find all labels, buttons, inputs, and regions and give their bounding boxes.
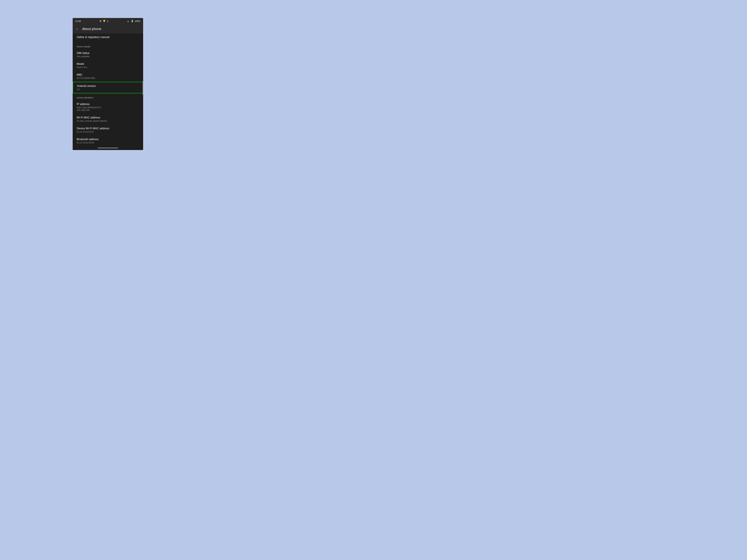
bulb-icon: 💡 <box>103 20 106 22</box>
android-version-title: Android version <box>77 84 139 87</box>
bluetooth-address-title: Bluetooth address <box>77 138 139 141</box>
model-subtitle: Pixel 6 Pro <box>77 66 139 69</box>
device-wifi-mac-item[interactable]: Device Wi-Fi MAC address 0c:c4:13:2e:0e:… <box>73 125 143 135</box>
page-title: About phone <box>82 27 101 31</box>
safety-manual-item[interactable]: Safety & regulatory manual <box>73 34 143 42</box>
bluetooth-address-item[interactable]: Bluetooth address 0c:c4:13:2e:0e:0e <box>73 135 143 146</box>
back-button[interactable]: ← <box>75 27 79 31</box>
device-wifi-mac-subtitle: 0c:c4:13:2e:0e:0f <box>77 131 139 133</box>
imei-subtitle: 357721782947683 <box>77 77 139 79</box>
safety-manual-title: Safety & regulatory manual <box>77 36 139 39</box>
ip-address-title: IP address <box>77 103 139 106</box>
model-item[interactable]: Model Pixel 6 Pro <box>73 60 143 71</box>
scroll-indicator <box>143 81 143 95</box>
home-indicator <box>73 146 143 150</box>
sim-status-subtitle: Not available <box>77 55 139 58</box>
alert-icon: ⚠ <box>107 20 109 22</box>
bluetooth-address-subtitle: 0c:c4:13:2e:0e:0e <box>77 141 139 144</box>
wifi-icon: ▾ <box>128 20 130 22</box>
battery-percent: 100% <box>135 20 140 22</box>
device-identifiers-header: Device identifiers <box>73 93 143 100</box>
wifi-mac-title: Wi-Fi MAC address <box>77 116 139 119</box>
wifi-mac-subtitle: To view, choose saved network <box>77 119 139 122</box>
status-bar: 12:48 ⚙ 💡 ⚠ ▾ 🔋 100% <box>73 18 143 24</box>
battery-icon: 🔋 <box>131 20 134 22</box>
ip-address-item[interactable]: IP address fe80::304c:93ff:fe53:f572192.… <box>73 100 143 114</box>
app-header: ← About phone <box>73 24 143 34</box>
device-wifi-mac-title: Device Wi-Fi MAC address <box>77 127 139 130</box>
imei-title: IMEI <box>77 73 139 76</box>
wifi-mac-item[interactable]: Wi-Fi MAC address To view, choose saved … <box>73 114 143 125</box>
sim-status-title: SIM status <box>77 52 139 55</box>
device-details-header: Device details <box>73 42 143 49</box>
imei-item[interactable]: IMEI 357721782947683 <box>73 71 143 82</box>
content-area[interactable]: Safety & regulatory manual Device detail… <box>73 34 143 146</box>
ip-address-subtitle: fe80::304c:93ff:fe53:f572192.168.0.80 <box>77 106 139 111</box>
phone-frame: 12:48 ⚙ 💡 ⚠ ▾ 🔋 100% ← About phone Safet… <box>73 18 143 150</box>
status-right: ▾ 🔋 100% <box>128 20 140 22</box>
android-version-item[interactable]: Android version 13 <box>73 82 143 93</box>
home-bar <box>98 148 118 148</box>
android-version-subtitle: 13 <box>77 88 139 90</box>
model-title: Model <box>77 62 139 65</box>
sim-status-item[interactable]: SIM status Not available <box>73 49 143 60</box>
gear-icon: ⚙ <box>100 20 102 22</box>
status-time: 12:48 <box>75 20 81 22</box>
status-icons: ⚙ 💡 ⚠ <box>100 20 109 22</box>
